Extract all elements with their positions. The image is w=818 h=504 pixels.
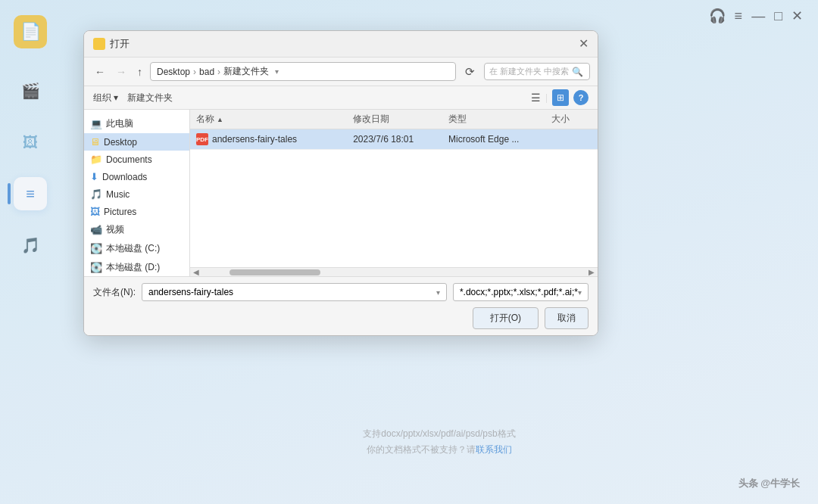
tree-label-c-drive: 本地磁盘 (C:) xyxy=(106,242,160,255)
path-sep-2: › xyxy=(217,67,220,77)
tree-item-c-drive[interactable]: 💽 本地磁盘 (C:) xyxy=(84,239,189,258)
dialog-titlebar: 打开 ✕ xyxy=(84,31,598,58)
col-header-date[interactable]: 修改日期 xyxy=(350,113,445,126)
address-part-2: bad xyxy=(199,67,214,77)
organize-chevron: ▾ xyxy=(114,92,118,103)
tree-label-downloads: Downloads xyxy=(102,172,147,182)
horizontal-scrollbar[interactable]: ◀ ▶ xyxy=(190,267,598,276)
sort-arrow: ▲ xyxy=(217,116,223,123)
pictures-icon: 🖼 xyxy=(90,206,100,217)
pc-icon: 💻 xyxy=(90,118,102,129)
pdf-icon: PDF xyxy=(196,133,208,145)
documents-icon: 📁 xyxy=(90,154,102,165)
filetype-chevron: ▾ xyxy=(578,288,582,297)
file-date-cell: 2023/7/6 18:01 xyxy=(350,134,445,145)
filename-value: andersens-fairy-tales xyxy=(148,287,233,297)
file-list-header: 名称 ▲ 修改日期 类型 大小 xyxy=(190,110,598,129)
tree-item-desktop[interactable]: 🖥 Desktop xyxy=(84,133,189,151)
file-type-cell: Microsoft Edge ... xyxy=(445,134,548,145)
tree-label-documents: Documents xyxy=(106,154,152,165)
tree-item-music[interactable]: 🎵 Music xyxy=(84,185,189,203)
file-list-body: PDF andersens-fairy-tales 2023/7/6 18:01… xyxy=(190,129,598,267)
address-part-1: Desktop xyxy=(157,67,190,77)
desktop-icon: 🖥 xyxy=(90,136,100,148)
search-bar[interactable]: 在 新建文件夹 中搜索 🔍 xyxy=(484,63,590,80)
refresh-button[interactable]: ⟳ xyxy=(461,64,479,80)
up-button[interactable]: ↑ xyxy=(134,64,145,79)
filetype-value: *.docx;*.pptx;*.xlsx;*.pdf;*.ai;* xyxy=(460,287,578,297)
view-toggle[interactable]: ⊞ xyxy=(552,89,569,106)
c-drive-icon: 💽 xyxy=(90,243,102,254)
tree-label-pc: 此电脑 xyxy=(106,117,133,130)
back-button[interactable]: ← xyxy=(92,64,108,79)
tree-item-documents[interactable]: 📁 Documents xyxy=(84,151,189,168)
search-placeholder: 在 新建文件夹 中搜索 xyxy=(489,66,569,77)
file-dialog: 打开 ✕ ← → ↑ Desktop › bad › 新建文件夹 ▾ ⟳ 在 新… xyxy=(83,30,598,336)
dialog-close-button[interactable]: ✕ xyxy=(579,38,589,50)
dialog-title-icon xyxy=(93,38,105,50)
path-sep-1: › xyxy=(193,67,196,77)
tree-item-pc[interactable]: 💻 此电脑 xyxy=(84,114,189,133)
dialog-buttons: 打开(O) 取消 xyxy=(93,307,589,329)
organize-button[interactable]: 组织 ▾ xyxy=(93,92,118,104)
scroll-thumb[interactable] xyxy=(229,269,320,275)
sep: | xyxy=(545,92,548,103)
new-folder-button[interactable]: 新建文件夹 xyxy=(127,92,173,104)
col-header-name[interactable]: 名称 ▲ xyxy=(190,113,350,126)
tree-item-pictures[interactable]: 🖼 Pictures xyxy=(84,203,189,220)
address-bar: Desktop › bad › 新建文件夹 ▾ xyxy=(150,62,456,81)
dialog-overlay: 打开 ✕ ← → ↑ Desktop › bad › 新建文件夹 ▾ ⟳ 在 新… xyxy=(0,0,818,504)
col-header-type[interactable]: 类型 xyxy=(445,113,548,126)
organize-bar: 组织 ▾ 新建文件夹 ☰ | ⊞ ? xyxy=(84,86,598,110)
search-icon: 🔍 xyxy=(572,67,583,77)
view-icons: ☰ | ⊞ ? xyxy=(531,89,589,106)
dialog-toolbar: ← → ↑ Desktop › bad › 新建文件夹 ▾ ⟳ 在 新建文件夹 … xyxy=(84,58,598,86)
organize-label: 组织 xyxy=(93,92,111,104)
table-row[interactable]: PDF andersens-fairy-tales 2023/7/6 18:01… xyxy=(190,129,598,150)
filetype-select[interactable]: *.docx;*.pptx;*.xlsx;*.pdf;*.ai;* ▾ xyxy=(453,283,589,301)
filename-label: 文件名(N): xyxy=(93,286,136,299)
d-drive-icon: 💽 xyxy=(90,262,102,273)
filename-row: 文件名(N): andersens-fairy-tales ▾ *.docx;*… xyxy=(93,283,589,301)
filename-chevron: ▾ xyxy=(436,288,440,297)
music-icon: 🎵 xyxy=(90,188,102,200)
tree-label-videos: 视频 xyxy=(106,223,124,236)
tree-label-music: Music xyxy=(106,189,130,200)
downloads-icon: ⬇ xyxy=(90,171,98,182)
tree-item-videos[interactable]: 📹 视频 xyxy=(84,220,189,239)
video-folder-icon: 📹 xyxy=(90,224,102,235)
filename-input[interactable]: andersens-fairy-tales ▾ xyxy=(142,283,447,301)
file-list-panel: 名称 ▲ 修改日期 类型 大小 PDF xyxy=(190,110,598,276)
dialog-title: 打开 xyxy=(93,37,130,51)
new-folder-label: 新建文件夹 xyxy=(127,92,173,104)
dialog-body: 💻 此电脑 🖥 Desktop 📁 Documents ⬇ Downloads … xyxy=(84,110,598,276)
col-header-size[interactable]: 大小 xyxy=(548,113,598,126)
file-name: andersens-fairy-tales xyxy=(212,134,297,145)
file-name-cell: PDF andersens-fairy-tales xyxy=(190,133,350,145)
tree-label-desktop: Desktop xyxy=(104,137,137,148)
view-mode-button[interactable]: ☰ xyxy=(531,92,541,104)
tree-label-d-drive: 本地磁盘 (D:) xyxy=(106,261,160,274)
cancel-button[interactable]: 取消 xyxy=(545,307,589,329)
open-button[interactable]: 打开(O) xyxy=(473,307,539,329)
forward-button[interactable]: → xyxy=(113,64,130,79)
scroll-left-arrow[interactable]: ◀ xyxy=(193,268,199,276)
dialog-title-text: 打开 xyxy=(110,37,130,51)
address-chevron: ▾ xyxy=(275,67,279,76)
tree-panel: 💻 此电脑 🖥 Desktop 📁 Documents ⬇ Downloads … xyxy=(84,110,190,276)
address-part-3: 新建文件夹 xyxy=(223,65,269,78)
tree-item-d-drive[interactable]: 💽 本地磁盘 (D:) xyxy=(84,258,189,276)
help-button[interactable]: ? xyxy=(573,90,589,105)
dialog-footer: 文件名(N): andersens-fairy-tales ▾ *.docx;*… xyxy=(84,276,598,335)
scroll-right-arrow[interactable]: ▶ xyxy=(589,268,595,276)
tree-item-downloads[interactable]: ⬇ Downloads xyxy=(84,168,189,185)
tree-label-pictures: Pictures xyxy=(104,207,136,217)
